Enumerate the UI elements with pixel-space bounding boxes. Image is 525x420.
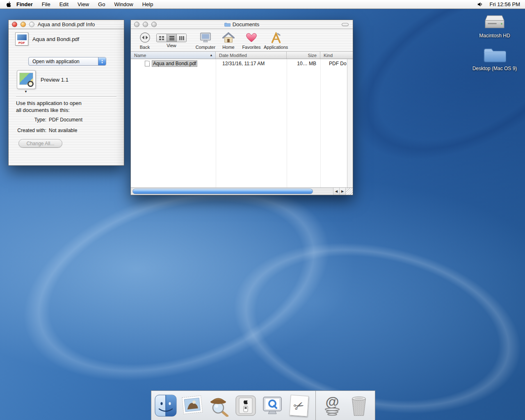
menu-finder[interactable]: Finder: [12, 1, 37, 7]
menu-go[interactable]: Go: [94, 1, 110, 7]
close-button[interactable]: [12, 22, 17, 27]
close-button[interactable]: [134, 22, 139, 27]
disclosure-arrow-icon[interactable]: ▼: [24, 90, 27, 94]
menu-bar-clock[interactable]: Fri 12:56 PM: [490, 1, 520, 7]
window-bottom-bar: ◀ ▶: [131, 187, 353, 195]
file-list: Aqua and Bondi.pdf 12/31/16, 11:17 AM 10…: [131, 59, 353, 187]
open-with-popup-label: Open with application: [29, 59, 98, 64]
sort-ascending-icon: ▲: [210, 53, 213, 57]
info-window-titlebar[interactable]: Aqua and Bondi.pdf Info: [9, 20, 124, 29]
dock-trash[interactable]: [347, 393, 371, 418]
divider: [16, 96, 116, 97]
column-view-icon: [179, 36, 184, 40]
back-icon: [139, 32, 151, 43]
apple-icon: [6, 1, 12, 7]
change-all-button[interactable]: Change All...: [18, 139, 62, 148]
heart-icon: [246, 32, 257, 43]
finder-window-titlebar[interactable]: Documents: [131, 20, 353, 29]
column-header-kind[interactable]: Kind: [320, 52, 353, 59]
dock-finder[interactable]: [154, 393, 178, 418]
menu-file[interactable]: File: [37, 1, 55, 7]
home-button[interactable]: Home: [218, 31, 239, 50]
favorites-label: Favorites: [242, 45, 260, 50]
favorites-button[interactable]: Favorites: [241, 31, 262, 50]
menu-window[interactable]: Window: [110, 1, 137, 7]
open-with-popup[interactable]: Open with application ▲ ▼: [28, 57, 106, 66]
desktop-icon-label: Desktop (Mac OS 9): [472, 66, 517, 71]
magnifier-icon: [27, 81, 34, 87]
applications-label: Applications: [264, 45, 288, 50]
pdf-badge-label: PDF: [16, 41, 28, 45]
scroll-left-button[interactable]: ◀: [333, 188, 339, 195]
icon-view-segment[interactable]: [157, 34, 167, 42]
dock-system-preferences[interactable]: [234, 393, 258, 418]
finder-window-title: Documents: [233, 21, 260, 27]
desktop-icon-desktop-mac-os9[interactable]: Desktop (Mac OS 9): [470, 46, 519, 71]
toolbar-pill-button[interactable]: [342, 23, 349, 26]
apple-menu[interactable]: [6, 1, 12, 7]
desktop-icon-label: Macintosh HD: [479, 33, 510, 39]
resize-grip[interactable]: [345, 188, 353, 195]
desktop-icon-macintosh-hd[interactable]: Macintosh HD: [470, 12, 519, 39]
created-with-label: Created with:: [9, 128, 49, 133]
menu-view[interactable]: View: [73, 1, 94, 7]
finder-toolbar: Back View Computer Hom: [131, 29, 353, 52]
dock-divider: [315, 391, 316, 420]
scissors-icon: ✂: [291, 397, 306, 414]
view-label: View: [167, 43, 176, 48]
horizontal-scrollbar[interactable]: [131, 188, 333, 195]
column-header-kind-label: Kind: [324, 53, 333, 58]
back-label: Back: [140, 45, 150, 50]
zoom-button[interactable]: [151, 22, 157, 27]
desktop: Finder File Edit View Go Window Help Fri…: [0, 0, 525, 420]
list-view-icon: [169, 36, 174, 40]
volume-icon[interactable]: [477, 1, 483, 7]
horizontal-scrollbar-thumb[interactable]: [132, 189, 313, 194]
page-icon: ✂: [289, 395, 308, 416]
file-name-cell[interactable]: Aqua and Bondi.pdf: [152, 61, 197, 66]
column-header-date-label: Date Modified: [219, 53, 247, 58]
dock-mail-at-spring[interactable]: @: [320, 393, 344, 418]
zoom-button[interactable]: [29, 22, 34, 27]
scroll-right-icon: ▶: [341, 189, 344, 193]
dock-quicktime[interactable]: [260, 393, 284, 418]
dock-sherlock[interactable]: [207, 393, 231, 418]
table-row[interactable]: Aqua and Bondi.pdf 12/31/16, 11:17 AM 10…: [131, 60, 353, 67]
folder-icon: [483, 46, 506, 64]
menu-help[interactable]: Help: [138, 1, 158, 7]
applications-button[interactable]: Applications: [264, 31, 288, 50]
info-file-name: Aqua and Bondi.pdf: [32, 36, 79, 42]
finder-window: Documents Back View: [130, 20, 353, 195]
list-view-segment[interactable]: [167, 34, 176, 42]
scroll-right-button[interactable]: ▶: [339, 188, 345, 195]
column-view-segment[interactable]: [176, 34, 186, 42]
back-button[interactable]: Back: [136, 31, 154, 50]
at-sign-icon: @: [325, 395, 339, 408]
preview-app-icon[interactable]: [17, 70, 36, 89]
computer-label: Computer: [196, 45, 215, 50]
popup-down-arrow-icon: ▼: [101, 62, 103, 64]
hard-drive-icon: [484, 12, 505, 31]
column-header-date-modified[interactable]: Date Modified: [216, 52, 287, 59]
dock-scissors-app[interactable]: ✂: [287, 393, 311, 418]
dock-mail[interactable]: [180, 393, 204, 418]
column-header-name[interactable]: Name ▲: [131, 52, 216, 59]
quicktime-icon: [261, 395, 283, 417]
minimize-button[interactable]: [143, 22, 148, 27]
kind-cell: PDF Do: [329, 61, 348, 66]
home-label: Home: [222, 45, 234, 50]
size-cell: 10… MB: [253, 61, 316, 66]
column-header-size-label: Size: [308, 53, 317, 58]
minimize-button[interactable]: [21, 22, 26, 27]
column-header-size[interactable]: Size: [287, 52, 320, 59]
computer-icon: [199, 32, 212, 43]
menu-edit[interactable]: Edit: [55, 1, 73, 7]
popup-arrows-icon: ▲ ▼: [98, 57, 106, 65]
wallpaper-swirl: [153, 173, 525, 420]
view-control[interactable]: View: [155, 31, 187, 48]
pdf-file-icon: PDF: [15, 32, 28, 46]
info-window: Aqua and Bondi.pdf Info PDF Aqua and Bon…: [8, 20, 124, 166]
vertical-scrollbar[interactable]: [347, 59, 353, 187]
icon-view-icon: [159, 36, 164, 40]
computer-button[interactable]: Computer: [195, 31, 216, 50]
